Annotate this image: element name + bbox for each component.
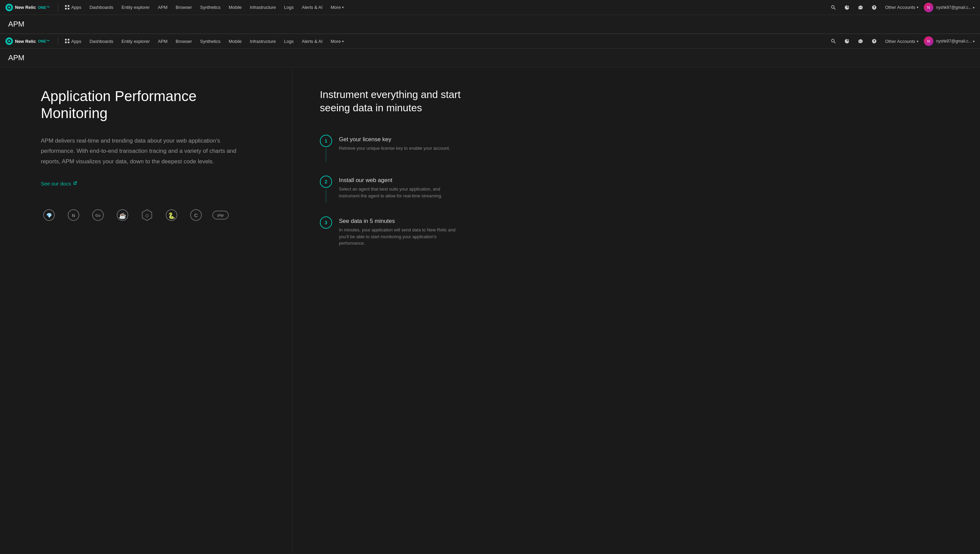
user-avatar[interactable]: N [924,3,933,12]
nav-more-2[interactable]: More ▾ [327,34,348,49]
go-lang-icon[interactable]: Go [90,207,106,223]
nav-entity-explorer[interactable]: Entity explorer [118,0,154,15]
step-1: 1 Get your license key Retrieve your uni… [320,135,517,175]
nav-dashboards-2[interactable]: Dashboards [86,34,118,49]
nav-apps-2[interactable]: Apps [61,34,86,49]
step-left-3: 3 [320,217,332,229]
chat-button-2[interactable] [855,36,866,47]
svg-text:💎: 💎 [46,212,52,218]
chevron-down-icon-4: ▾ [973,40,975,43]
chevron-down-icon-2: ▾ [342,40,344,43]
nodejs2-lang-icon[interactable]: ⬡ [139,207,155,223]
nav-infrastructure[interactable]: Infrastructure [246,0,280,15]
nav-browser[interactable]: Browser [172,0,196,15]
chat-icon [858,5,863,10]
svg-text:php: php [218,213,224,217]
python-lang-icon[interactable]: 🐍 [163,207,180,223]
chart-button[interactable] [842,2,853,13]
help-icon-2 [872,38,877,44]
step-circle-3: 3 [320,217,332,229]
nav-right-actions-2: Other Accounts ▾ N nyshk97@gmail.c... ▾ [828,36,975,47]
step-desc-1: Retrieve your unique license key to enab… [339,145,450,152]
steps-container: 1 Get your license key Retrieve your uni… [320,135,517,247]
brand-one: ONE™ [38,5,50,10]
chart-icon-2 [844,38,850,44]
brand-logo-area[interactable]: New Relic ONE™ [5,4,50,11]
step-left-1: 1 [320,135,332,162]
brand-logo-area-2[interactable]: New Relic ONE™ [5,37,50,45]
nav-browser-2[interactable]: Browser [172,34,196,49]
step-title-1: Get your license key [339,136,450,143]
step-content-1: Get your license key Retrieve your uniqu… [339,135,450,152]
page-title-top: APM [8,20,972,29]
right-panel: Instrument everything and startseeing da… [293,67,544,554]
search-button-2[interactable] [828,36,839,47]
nav-divider-2 [58,37,58,45]
main-content: Application PerformanceMonitoring APM de… [0,67,980,554]
user-avatar-2[interactable]: N [924,37,933,46]
step-desc-2: Select an agent that best suits your app… [339,186,461,199]
svg-text:N: N [72,213,75,218]
c-lang-icon[interactable]: C [188,207,204,223]
ruby-lang-icon[interactable]: 💎 [41,207,57,223]
brand-name-2: New Relic [15,39,36,44]
nav-logs[interactable]: Logs [280,0,298,15]
nav-synthetics[interactable]: Synthetics [196,0,224,15]
step-title-3: See data in 5 minutes [339,218,461,224]
second-navbar: New Relic ONE™ Apps Dashboards Entity ex… [0,34,980,49]
node-lang-icon[interactable]: N [65,207,82,223]
other-accounts-button[interactable]: Other Accounts ▾ [882,3,921,11]
nav-apm-2[interactable]: APM [154,34,172,49]
step-2: 2 Install our web agent Select an agent … [320,175,517,217]
svg-text:⬡: ⬡ [145,213,149,217]
step-content-3: See data in 5 minutes In minutes, your a… [339,217,461,247]
nav-apps[interactable]: Apps [61,0,86,15]
search-icon-2 [830,38,836,44]
other-accounts-button-2[interactable]: Other Accounts ▾ [882,37,921,45]
svg-text:C: C [194,212,198,218]
step-title-2: Install our web agent [339,177,461,184]
nav-mobile-2[interactable]: Mobile [224,34,246,49]
step-desc-3: In minutes, your application will send d… [339,227,461,247]
apm-heading: Application PerformanceMonitoring [41,88,265,122]
apps-grid-icon-2 [65,39,70,43]
nav-items-2: Apps Dashboards Entity explorer APM Brow… [61,34,828,49]
nav-more[interactable]: More ▾ [327,0,348,15]
top-navbar: New Relic ONE™ Apps Dashboards Entity ex… [0,0,980,15]
svg-point-5 [8,40,10,42]
php-lang-icon[interactable]: php [212,207,229,223]
nav-entity-explorer-2[interactable]: Entity explorer [118,34,154,49]
chevron-down-icon-3: ▾ [917,40,918,43]
brand-name: New Relic [15,5,36,10]
nav-infrastructure-2[interactable]: Infrastructure [246,34,280,49]
chart-button-2[interactable] [842,36,853,47]
nav-alerts-ai-2[interactable]: Alerts & AI [298,34,327,49]
user-email[interactable]: nyshk97@gmail.c... ▾ [936,5,975,10]
java-lang-icon[interactable]: ☕ [115,207,130,223]
nav-logs-2[interactable]: Logs [280,34,298,49]
new-relic-logo-icon-2 [5,37,13,45]
chat-button[interactable] [855,2,866,13]
help-icon [872,5,877,10]
user-email-2[interactable]: nyshk97@gmail.c... ▾ [936,39,975,43]
search-button[interactable] [828,2,839,13]
chevron-down-icon: ▾ [917,5,918,9]
svg-point-2 [8,6,10,8]
nav-divider [58,3,58,11]
svg-text:Go: Go [95,213,101,217]
help-button-2[interactable] [869,36,880,47]
help-button[interactable] [869,2,880,13]
nav-mobile[interactable]: Mobile [224,0,246,15]
see-docs-link[interactable]: See our docs [41,181,265,186]
nav-apm[interactable]: APM [154,0,172,15]
step-line-2 [326,189,326,203]
step-left-2: 2 [320,175,332,203]
nav-right-actions: Other Accounts ▾ N nyshk97@gmail.c... ▾ [828,2,975,13]
new-relic-logo-icon [5,4,13,11]
page-title-bar-top: APM [0,15,980,34]
nav-alerts-ai[interactable]: Alerts & AI [298,0,327,15]
step-circle-1: 1 [320,135,332,147]
nav-dashboards[interactable]: Dashboards [86,0,118,15]
apm-description: APM delivers real-time and trending data… [41,136,238,167]
nav-synthetics-2[interactable]: Synthetics [196,34,224,49]
